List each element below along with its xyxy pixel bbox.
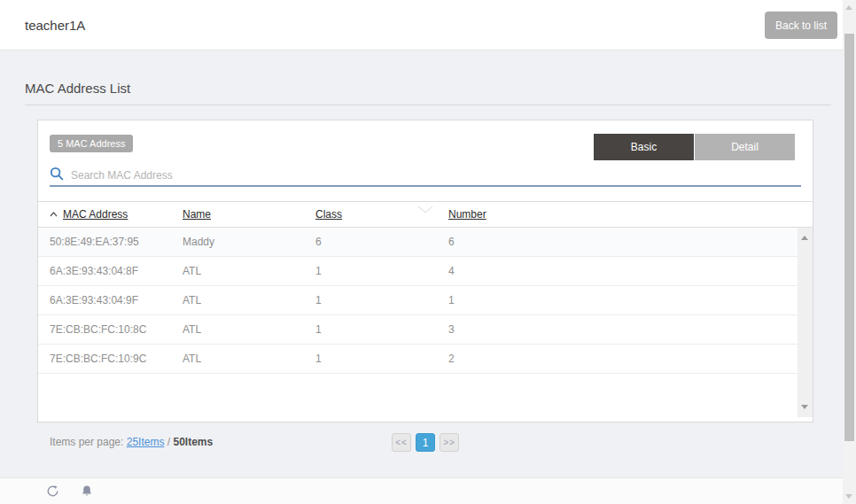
table-row[interactable]: 6A:3E:93:43:04:8F ATL 1 4	[38, 257, 813, 286]
mac-count-badge: 5 MAC Address	[50, 135, 133, 152]
column-header-class[interactable]: Class	[315, 208, 342, 221]
back-to-list-button[interactable]: Back to list	[765, 12, 837, 39]
page-scroll-down-icon[interactable]	[845, 494, 852, 499]
cell-number: 1	[448, 294, 813, 306]
pagination-next-button[interactable]: >>	[440, 433, 459, 452]
user-title: teacher1A	[25, 18, 85, 33]
cell-mac: 7E:CB:BC:FC:10:9C	[50, 353, 183, 365]
table-row[interactable]: 50:8E:49:EA:37:95 Maddy 6 6	[38, 228, 813, 257]
items-per-page-50-current: 50Items	[173, 436, 213, 448]
cell-number: 4	[448, 265, 813, 277]
cell-number: 3	[448, 323, 813, 336]
search-bar	[50, 166, 801, 187]
scroll-down-icon[interactable]	[801, 405, 808, 409]
pagination: << 1 >>	[392, 433, 459, 452]
items-per-page: Items per page: 25Items / 50Items	[50, 436, 213, 448]
items-per-page-25-link[interactable]: 25Items	[127, 436, 165, 448]
panel-toolbar: 5 MAC Address Basic Detail	[38, 120, 813, 166]
page-title: MAC Address List	[25, 81, 130, 96]
cell-class: 1	[315, 323, 448, 336]
cell-name: ATL	[183, 353, 315, 365]
refresh-icon[interactable]	[46, 485, 59, 498]
search-icon	[50, 167, 64, 184]
view-mode-tabs: Basic Detail	[594, 134, 795, 160]
mac-address-panel: 5 MAC Address Basic Detail	[37, 120, 813, 423]
cell-class: 6	[315, 236, 448, 248]
cell-class: 1	[315, 353, 448, 365]
page-body: MAC Address List 5 MAC Address Basic Det…	[0, 50, 843, 477]
column-header-mac-address[interactable]: MAC Address	[50, 208, 128, 221]
table-row[interactable]: 7E:CB:BC:FC:10:8C ATL 1 3	[38, 315, 813, 345]
pagination-prev-button[interactable]: <<	[392, 433, 411, 452]
app-header: teacher1A Back to list	[0, 0, 843, 50]
cell-name: ATL	[183, 323, 315, 336]
table-row[interactable]: 7E:CB:BC:FC:10:9C ATL 1 2	[38, 345, 813, 374]
bottom-toolbar	[0, 477, 843, 504]
sort-asc-icon	[50, 212, 58, 217]
search-input[interactable]	[71, 169, 801, 182]
cell-number: 2	[448, 353, 813, 365]
cell-mac: 6A:3E:93:43:04:9F	[50, 294, 183, 306]
pagination-page-1-button[interactable]: 1	[416, 433, 435, 452]
tab-detail[interactable]: Detail	[695, 134, 795, 160]
cell-class: 1	[315, 265, 448, 277]
table-body: 50:8E:49:EA:37:95 Maddy 6 6 6A:3E:93:43:…	[38, 228, 813, 420]
items-per-page-label: Items per page:	[50, 436, 123, 448]
page-scrollbar[interactable]	[843, 0, 856, 504]
cell-name: ATL	[183, 294, 315, 306]
cell-mac: 7E:CB:BC:FC:10:8C	[50, 323, 183, 336]
table-header-row: MAC Address Name Class Number	[38, 201, 813, 228]
section-divider	[25, 105, 831, 105]
bell-icon[interactable]	[81, 485, 93, 498]
items-per-page-separator: /	[167, 436, 170, 448]
column-header-number[interactable]: Number	[448, 208, 486, 221]
cell-name: Maddy	[183, 236, 315, 248]
collapse-notch-icon	[418, 201, 432, 217]
page-scroll-up-icon[interactable]	[845, 5, 852, 10]
cell-mac: 6A:3E:93:43:04:8F	[50, 265, 183, 277]
page-scrollbar-thumb[interactable]	[844, 34, 854, 441]
cell-class: 1	[315, 294, 448, 306]
list-footer: Items per page: 25Items / 50Items << 1 >…	[37, 431, 813, 454]
cell-mac: 50:8E:49:EA:37:95	[50, 236, 183, 248]
column-header-name[interactable]: Name	[183, 208, 211, 221]
table-row[interactable]: 6A:3E:93:43:04:9F ATL 1 1	[38, 286, 813, 315]
scroll-up-icon[interactable]	[801, 236, 808, 240]
cell-number: 6	[448, 236, 813, 248]
table-scrollbar[interactable]	[798, 228, 813, 417]
tab-basic[interactable]: Basic	[594, 134, 694, 160]
cell-name: ATL	[183, 265, 315, 277]
